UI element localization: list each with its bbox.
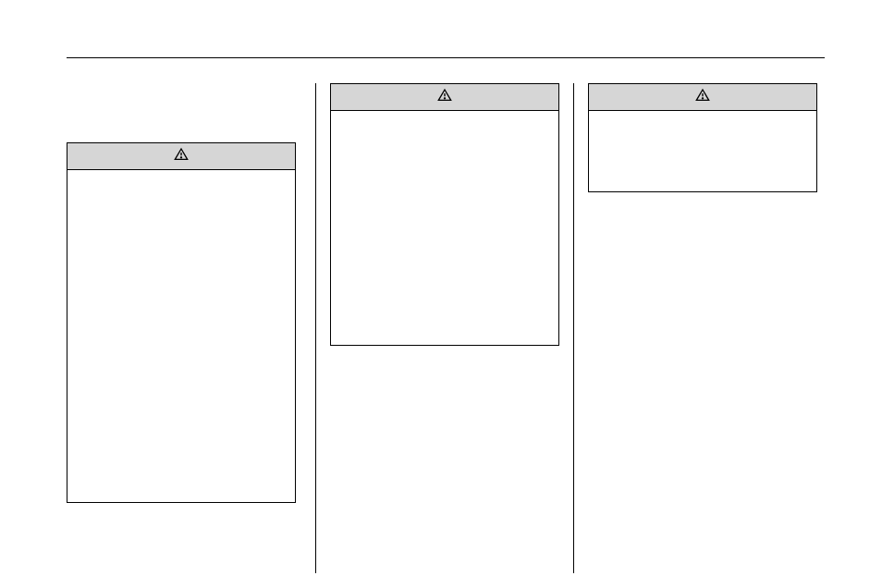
warning-box-left [67, 142, 296, 503]
warning-box-right-header [589, 84, 816, 111]
warning-box-middle [330, 83, 559, 346]
warning-box-middle-header [331, 84, 558, 111]
warning-box-left-header [67, 143, 295, 170]
warning-box-right [588, 83, 817, 192]
svg-point-5 [444, 98, 445, 99]
column-separator-1 [315, 83, 316, 573]
column-separator-2 [573, 83, 574, 573]
warning-box-middle-body [331, 111, 558, 122]
svg-point-8 [702, 98, 703, 99]
svg-point-2 [180, 157, 181, 158]
warning-triangle-icon [174, 147, 189, 165]
warning-triangle-icon [437, 88, 452, 106]
warning-box-left-body [67, 170, 295, 181]
top-rule [67, 57, 825, 58]
warning-box-right-body [589, 111, 816, 122]
page [0, 0, 882, 588]
warning-triangle-icon [695, 88, 710, 106]
